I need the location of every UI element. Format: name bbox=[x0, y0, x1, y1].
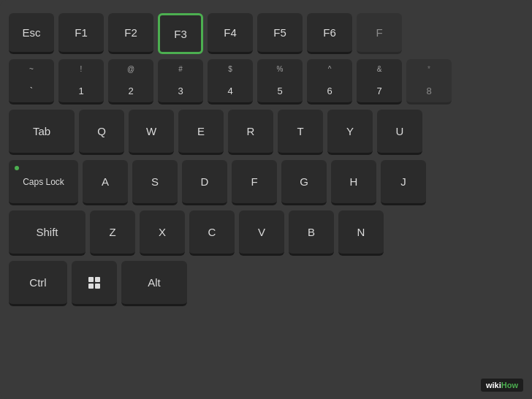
t-key[interactable]: T bbox=[278, 110, 323, 155]
grave-key[interactable]: ~ ` bbox=[9, 59, 54, 104]
qwerty-row: Tab Q W E R T Y U bbox=[9, 110, 523, 155]
1-key[interactable]: ! 1 bbox=[58, 59, 104, 104]
esc-key[interactable]: Esc bbox=[9, 13, 54, 54]
3-key[interactable]: # 3 bbox=[158, 59, 203, 104]
tab-key[interactable]: Tab bbox=[9, 110, 75, 155]
c-key[interactable]: C bbox=[189, 210, 235, 256]
f3-key[interactable]: F3 bbox=[158, 13, 203, 54]
function-key-row: Esc F1 F2 F3 F4 F5 F6 F bbox=[9, 13, 523, 54]
2-key[interactable]: @ 2 bbox=[108, 59, 153, 104]
q-key[interactable]: Q bbox=[79, 110, 124, 155]
u-key[interactable]: U bbox=[377, 110, 422, 155]
caps-lock-key[interactable]: Caps Lock bbox=[9, 160, 78, 205]
shift-key[interactable]: Shift bbox=[9, 210, 86, 256]
windows-icon bbox=[88, 277, 100, 289]
7-key[interactable]: & 7 bbox=[357, 59, 402, 104]
y-key[interactable]: Y bbox=[327, 110, 373, 155]
8-key[interactable]: * 8 bbox=[406, 59, 452, 104]
r-key[interactable]: R bbox=[228, 110, 273, 155]
n-key[interactable]: N bbox=[338, 210, 384, 256]
g-key[interactable]: G bbox=[281, 160, 327, 205]
d-key[interactable]: D bbox=[182, 160, 227, 205]
h-key[interactable]: H bbox=[331, 160, 376, 205]
s-key[interactable]: S bbox=[132, 160, 178, 205]
v-key[interactable]: V bbox=[239, 210, 284, 256]
w-key[interactable]: W bbox=[129, 110, 174, 155]
f7-key[interactable]: F bbox=[357, 13, 402, 54]
f4-key[interactable]: F4 bbox=[208, 13, 253, 54]
b-key[interactable]: B bbox=[289, 210, 334, 256]
ctrl-key[interactable]: Ctrl bbox=[9, 261, 67, 306]
x-key[interactable]: X bbox=[140, 210, 185, 256]
f5-key[interactable]: F5 bbox=[257, 13, 303, 54]
5-key[interactable]: % 5 bbox=[257, 59, 303, 104]
shift-row: Shift Z X C V B N bbox=[9, 210, 523, 256]
f2-key[interactable]: F2 bbox=[108, 13, 153, 54]
6-key[interactable]: ^ 6 bbox=[307, 59, 352, 104]
f1-key[interactable]: F1 bbox=[58, 13, 104, 54]
z-key[interactable]: Z bbox=[90, 210, 135, 256]
wiki-text: wiki bbox=[486, 381, 501, 390]
keyboard: Esc F1 F2 F3 F4 F5 F6 F ~ ` ! 1 @ 2 # 3 … bbox=[0, 0, 532, 399]
wikihow-badge: wikiHow bbox=[481, 379, 523, 392]
alt-key[interactable]: Alt bbox=[121, 261, 187, 306]
how-text: How bbox=[501, 381, 518, 390]
f6-key[interactable]: F6 bbox=[307, 13, 352, 54]
e-key[interactable]: E bbox=[178, 110, 224, 155]
asdf-row: Caps Lock A S D F G H J bbox=[9, 160, 523, 205]
f-key[interactable]: F bbox=[232, 160, 277, 205]
a-key[interactable]: A bbox=[83, 160, 128, 205]
number-row: ~ ` ! 1 @ 2 # 3 $ 4 % 5 ^ 6 & 7 bbox=[9, 59, 523, 104]
windows-key[interactable] bbox=[72, 261, 117, 306]
caps-lock-indicator bbox=[15, 166, 19, 170]
4-key[interactable]: $ 4 bbox=[208, 59, 253, 104]
j-key[interactable]: J bbox=[381, 160, 426, 205]
bottom-row: Ctrl Alt bbox=[9, 261, 523, 306]
